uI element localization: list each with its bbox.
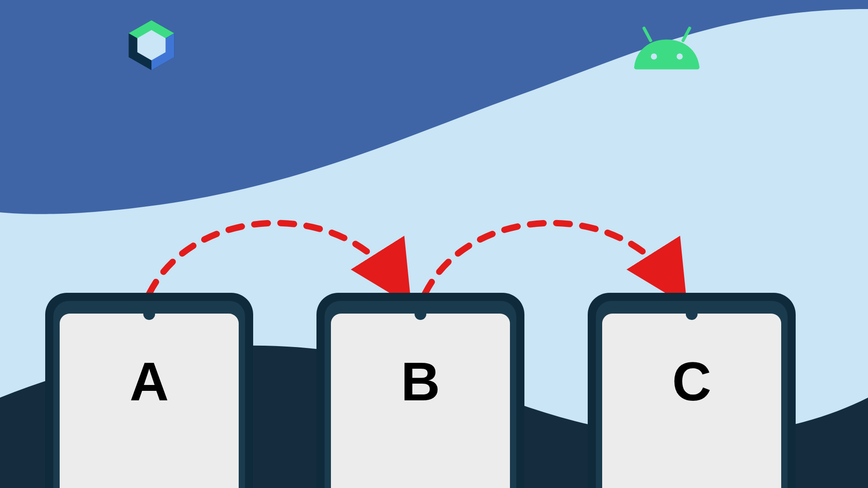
- android-icon: [633, 25, 701, 75]
- phone-screen-c: C: [588, 293, 796, 488]
- diagram-canvas: A B C: [0, 0, 868, 488]
- svg-point-7: [651, 53, 657, 60]
- screen-label-a: A: [130, 354, 169, 408]
- screen-label-c: C: [672, 354, 712, 408]
- svg-rect-5: [642, 26, 653, 42]
- svg-rect-6: [681, 26, 692, 42]
- phone-screen-a: A: [45, 293, 253, 488]
- jetpack-compose-icon: [124, 18, 179, 72]
- svg-point-8: [677, 53, 683, 60]
- screen-label-b: B: [401, 354, 440, 408]
- phone-screen-b: B: [316, 293, 524, 488]
